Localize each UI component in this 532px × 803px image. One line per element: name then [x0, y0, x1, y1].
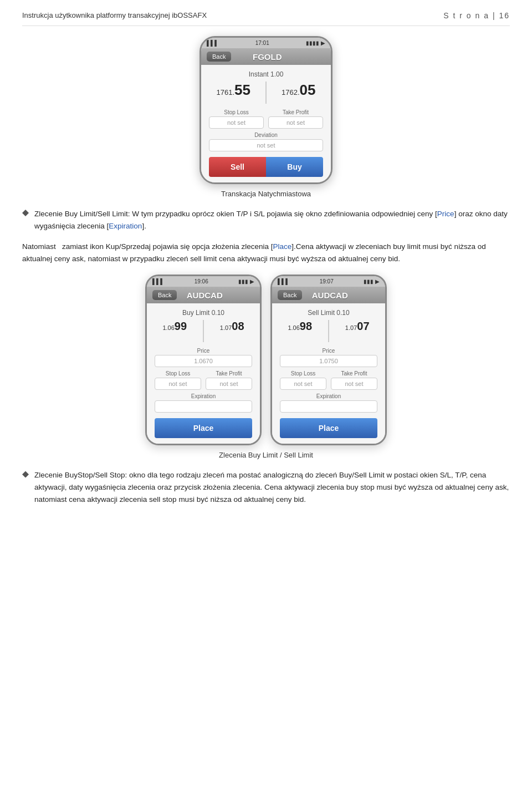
action-buttons-2: Place — [155, 418, 252, 438]
battery-icon-3: ▮▮▮ ▶ — [364, 278, 380, 284]
deviation-label-1: Deviation — [209, 132, 323, 138]
ask-price-3: 1.07 07 — [345, 320, 370, 333]
deviation-input-1[interactable]: not set — [209, 139, 323, 151]
time-display-1: 17:01 — [255, 40, 269, 46]
content-block-3: Zlecenie BuyStop/Sell Stop: okno dla teg… — [22, 469, 510, 505]
trade-type-3: Sell Limit 0.10 — [280, 309, 377, 317]
trade-type-2: Buy Limit 0.10 — [155, 309, 252, 317]
price-separator-3 — [328, 320, 329, 342]
nav-bar-2: Back AUDCAD — [147, 287, 260, 303]
stop-loss-input-2[interactable]: not set — [155, 378, 201, 390]
ask-large-2: 08 — [232, 320, 244, 333]
phones-row-2: ▌▌▌ 19:06 ▮▮▮ ▶ Back AUDCAD Buy Limit 0.… — [22, 275, 510, 445]
take-profit-label-3: Take Profit — [331, 370, 377, 377]
text-body-1: Zlecenie Buy Limit/Sell Limit: W tym prz… — [34, 208, 510, 232]
signal-icon-2: ▌▌▌ — [152, 278, 164, 284]
expiration-group-2: Expiration — [155, 393, 252, 413]
price-display-1: 1761. 55 1762. 05 — [209, 82, 323, 104]
ask-price-1: 1762. 05 — [282, 82, 315, 99]
price-label-3: Price — [280, 348, 377, 354]
ask-large-3: 07 — [357, 320, 369, 333]
price-keyword: Price — [437, 210, 454, 218]
content-block-1: Zlecenie Buy Limit/Sell Limit: W tym prz… — [22, 208, 510, 232]
sell-button-1[interactable]: Sell — [209, 157, 266, 177]
take-profit-label-1: Take Profit — [268, 109, 323, 115]
expiration-input-2[interactable] — [155, 400, 252, 413]
text-body-3: Zlecenie BuyStop/Sell Stop: okno dla teg… — [34, 469, 510, 505]
expiration-label-3: Expiration — [280, 393, 377, 399]
sl-tp-group-1: Stop Loss not set Take Profit not set — [209, 109, 323, 129]
doc-title: Instrukcja użytkownika platformy transak… — [22, 11, 207, 19]
status-bar-1: ▌▌▌ 17:01 ▮▮▮▮ ▶ — [201, 38, 331, 48]
text-part1: Zlecenie Buy Limit/Sell Limit: W tym prz… — [34, 210, 437, 218]
action-buttons-3: Place — [280, 418, 377, 438]
back-button-3[interactable]: Back — [278, 290, 302, 300]
bid-main-3: 1.06 — [288, 324, 299, 331]
ask-main-1: 1762. — [282, 88, 300, 96]
time-display-2: 19:06 — [195, 278, 208, 284]
phone1-mockup: ▌▌▌ 17:01 ▮▮▮▮ ▶ Back FGOLD Instant 1.00… — [200, 36, 332, 184]
stop-loss-wrapper-1: Stop Loss not set — [209, 109, 264, 129]
bid-price-1: 1761. 55 — [217, 82, 250, 99]
expiration-input-3[interactable] — [280, 400, 377, 413]
take-profit-wrapper-3: Take Profit not set — [331, 370, 377, 390]
expiration-group-3: Expiration — [280, 393, 377, 413]
price-input-2[interactable]: 1.0670 — [155, 355, 252, 367]
bid-large-3: 98 — [300, 320, 312, 333]
bullet-icon-3 — [22, 471, 29, 477]
bullet-item-3: Zlecenie BuyStop/Sell Stop: okno dla teg… — [22, 469, 510, 505]
buy-button-1[interactable]: Buy — [266, 157, 323, 177]
stop-loss-label-3: Stop Loss — [280, 370, 326, 377]
price-display-3: 1.06 98 1.07 07 — [280, 320, 377, 342]
take-profit-input-3[interactable]: not set — [331, 378, 377, 390]
back-button-1[interactable]: Back — [207, 52, 231, 62]
signal-icon: ▌▌▌ — [207, 40, 218, 46]
text-part3: ]. — [142, 222, 146, 230]
stop-loss-input-3[interactable]: not set — [280, 378, 326, 390]
caption-1: Transkacja Natychmiastowa — [22, 190, 510, 198]
ask-price-2: 1.07 08 — [220, 320, 244, 333]
place-button-3[interactable]: Place — [280, 418, 377, 438]
price-separator-2 — [203, 320, 204, 342]
stop-loss-label-1: Stop Loss — [209, 109, 264, 115]
phone2-content: Buy Limit 0.10 1.06 99 1.07 08 Price 1.0… — [147, 303, 260, 444]
bid-large-2: 99 — [175, 320, 187, 333]
stop-loss-wrapper-2: Stop Loss not set — [155, 370, 201, 390]
price-input-3[interactable]: 1.0750 — [280, 355, 377, 367]
phone-title-1: FGOLD — [231, 52, 303, 62]
bid-main-2: 1.06 — [162, 324, 174, 331]
bid-large-1: 55 — [234, 82, 250, 99]
bid-main-1: 1761. — [217, 88, 235, 96]
stop-loss-label-2: Stop Loss — [155, 370, 201, 377]
take-profit-wrapper-2: Take Profit not set — [206, 370, 252, 390]
phone3-content: Sell Limit 0.10 1.06 98 1.07 07 Price 1.… — [272, 303, 385, 444]
caption-2: Zlecenia Buy Limit / Sell Limit — [22, 451, 510, 459]
bullet-item-1: Zlecenie Buy Limit/Sell Limit: W tym prz… — [22, 208, 510, 232]
place-button-2[interactable]: Place — [155, 418, 252, 438]
price-group-2: Price 1.0670 — [155, 348, 252, 367]
phone1-content: Instant 1.00 1761. 55 1762. 05 Stop Loss… — [201, 65, 331, 182]
sl-tp-group-2: Stop Loss not set Take Profit not set — [155, 370, 252, 390]
action-buttons-1: Sell Buy — [209, 157, 323, 177]
bullet-icon-1 — [22, 210, 29, 216]
phone1-container: ▌▌▌ 17:01 ▮▮▮▮ ▶ Back FGOLD Instant 1.00… — [22, 36, 510, 184]
trade-type-1: Instant 1.00 — [209, 70, 323, 78]
phone2-mockup: ▌▌▌ 19:06 ▮▮▮ ▶ Back AUDCAD Buy Limit 0.… — [145, 275, 262, 445]
take-profit-input-2[interactable]: not set — [206, 378, 252, 390]
deviation-group-1: Deviation not set — [209, 132, 323, 151]
back-button-2[interactable]: Back — [152, 290, 177, 300]
battery-icon-1: ▮▮▮▮ ▶ — [306, 40, 325, 46]
ask-large-1: 05 — [300, 82, 316, 99]
battery-icon-2: ▮▮▮ ▶ — [238, 278, 254, 284]
expiration-keyword: Expiration — [109, 222, 142, 230]
price-label-2: Price — [155, 348, 252, 354]
text-plain-2: Natomiast zamiast ikon Kup/Sprzedaj poja… — [22, 241, 510, 265]
take-profit-input-1[interactable]: not set — [268, 116, 323, 129]
price-separator-1 — [265, 82, 267, 104]
expiration-label-2: Expiration — [155, 393, 252, 399]
status-bar-2: ▌▌▌ 19:06 ▮▮▮ ▶ — [147, 276, 260, 287]
phone-title-3: AUDCAD — [302, 291, 357, 300]
price-display-2: 1.06 99 1.07 08 — [155, 320, 252, 342]
stop-loss-input-1[interactable]: not set — [209, 116, 264, 129]
phone3-mockup: ▌▌▌ 19:07 ▮▮▮ ▶ Back AUDCAD Sell Limit 0… — [270, 275, 387, 445]
